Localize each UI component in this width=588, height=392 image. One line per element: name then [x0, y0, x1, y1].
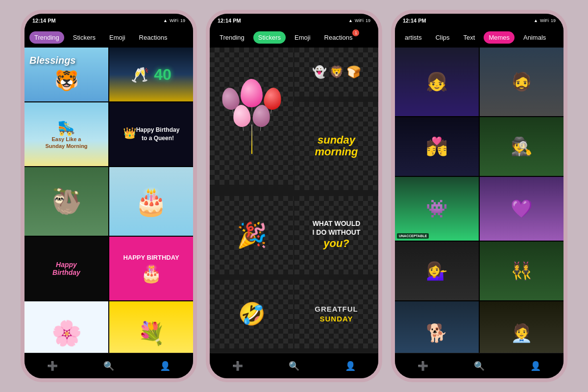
- meme-kiss[interactable]: 💏: [395, 117, 479, 176]
- tab-reactions-2[interactable]: Reactions: [319, 31, 358, 44]
- wifi-icon: WiFi: [170, 18, 178, 23]
- battery-icon-3: 19: [551, 18, 556, 23]
- unacceptable-badge: UNACCEPTABLE: [397, 233, 429, 239]
- kiss-emoji: 💏: [426, 136, 448, 157]
- tab-memes[interactable]: Memes: [484, 31, 514, 44]
- sunday-morning-sticker-text: sundayMORNING: [315, 134, 358, 158]
- status-icons-3: ▲ WiFi 19: [534, 18, 556, 23]
- spy-visual: 🕵️: [480, 117, 564, 176]
- tab-artists[interactable]: artists: [400, 31, 427, 44]
- sticker-homer[interactable]: 🤣: [210, 280, 294, 348]
- bottom-nav-1: ➕ 🔍 👤: [24, 353, 193, 378]
- profile-button-1[interactable]: 👤: [156, 357, 174, 375]
- sticker-sunday-morning[interactable]: sundayMORNING: [294, 102, 378, 190]
- sloth-emoji: 🦥: [51, 187, 82, 216]
- status-time-1: 12:14 PM: [32, 18, 56, 24]
- phone-memes: 12:14 PM ▲ WiFi 19 artists Clips Text Me…: [391, 10, 567, 382]
- tab-text[interactable]: Text: [459, 31, 480, 44]
- nav-tabs-2: Trending Stickers Emoji Reactions 1: [210, 27, 378, 48]
- sticker-hbd-people[interactable]: 🎉: [210, 196, 294, 274]
- lady-emoji: 💁‍♀️: [426, 261, 448, 281]
- profile-button-2[interactable]: 👤: [341, 357, 360, 375]
- crystal-emoji: 💜: [511, 198, 533, 219]
- gif-birthday-cake[interactable]: 🎂: [109, 167, 193, 236]
- hb-dark-text: HappyBirthday: [52, 261, 80, 276]
- saul-emoji: 🧑‍💼: [511, 323, 533, 343]
- roller-skate-emoji: 🛼: [57, 119, 75, 136]
- gif-grid-1: Blessings 🐯 🥂 40 🛼 Easy Like aSunday: [24, 48, 193, 353]
- gif-hb-dark[interactable]: HappyBirthday: [24, 237, 108, 300]
- signal-icon-2: ▲: [348, 18, 353, 23]
- gif-champagne[interactable]: 🥂 40: [109, 48, 193, 101]
- tab-trending-1[interactable]: Trending: [29, 31, 64, 44]
- hb-cake-emoji: 🎂: [141, 264, 162, 284]
- sticker-what-would[interactable]: WHAT WOULDI DO WITHOUTyou?: [294, 196, 378, 274]
- meme-man[interactable]: 🧔: [480, 48, 564, 116]
- battery-icon-2: 19: [366, 18, 370, 23]
- monster-visual: 👾: [395, 177, 479, 241]
- ghost-sticker: 👻: [312, 65, 327, 79]
- gif-sloth[interactable]: 🦥: [24, 167, 108, 236]
- search-button-2[interactable]: 🔍: [285, 357, 303, 375]
- balloon-string: [251, 124, 252, 154]
- gif-blessings[interactable]: Blessings 🐯: [24, 48, 108, 101]
- meme-saul[interactable]: 🧑‍💼 TRIPLES BEST: [480, 301, 564, 353]
- meme-monster[interactable]: 👾 UNACCEPTABLE: [395, 177, 479, 241]
- content-area-2: 👻 🦁 🍞 sundayMORNING 🎉: [210, 48, 378, 353]
- tab-emoji-1[interactable]: Emoji: [104, 31, 130, 44]
- sticker-grid: 👻 🦁 🍞 sundayMORNING 🎉: [210, 48, 378, 353]
- signal-icon: ▲: [163, 18, 168, 23]
- champagne-emoji: 🥂: [131, 66, 149, 83]
- kiss-visual: 💏: [395, 117, 479, 176]
- gif-sunday-morning[interactable]: 🛼 Easy Like aSunday Morning: [24, 102, 108, 166]
- cake-emoji: 🎂: [134, 186, 168, 218]
- bottom-nav-3: ➕ 🔍 👤: [395, 353, 564, 378]
- meme-crystal[interactable]: 💜: [480, 177, 564, 241]
- nav-tabs-3: artists Clips Text Memes Animals: [395, 27, 564, 48]
- sticker-grateful-sunday[interactable]: GREATFUL SUNDAY: [294, 280, 378, 348]
- profile-button-3[interactable]: 👤: [526, 357, 545, 375]
- status-bar-2: 12:14 PM ▲ WiFi 19: [210, 14, 378, 27]
- mini-stickers: 👻 🦁 🍞: [294, 48, 378, 97]
- monster-emoji: 👾: [426, 198, 448, 219]
- meme-girl[interactable]: 👧: [395, 48, 479, 116]
- sticker-balloons[interactable]: [210, 48, 294, 185]
- gif-hb-pink[interactable]: HAPPY BIRTHDAY 🎂: [109, 237, 193, 300]
- tab-animals[interactable]: Animals: [518, 31, 551, 44]
- add-button-2[interactable]: ➕: [228, 357, 247, 375]
- huskies-emoji: 🐕: [426, 323, 448, 343]
- man-visual: 🧔: [480, 48, 564, 116]
- tab-trending-2[interactable]: Trending: [215, 31, 249, 44]
- tab-stickers-2[interactable]: Stickers: [253, 31, 286, 44]
- girl-visual: 👧: [395, 48, 479, 116]
- homer-emoji: 🤣: [238, 301, 266, 327]
- bottom-nav-2: ➕ 🔍 👤: [210, 353, 378, 378]
- balloon-pink: [241, 79, 263, 107]
- tab-reactions-wrapper: Reactions 1: [319, 31, 358, 44]
- nav-tabs-1: Trending Stickers Emoji Reactions: [24, 27, 193, 48]
- blessings-text: Blessings: [29, 55, 75, 66]
- content-area-1: Blessings 🐯 🥂 40 🛼 Easy Like aSunday: [24, 48, 193, 353]
- gif-flower-girl[interactable]: 🌸: [24, 301, 108, 353]
- toast-sticker: 🍞: [346, 65, 361, 79]
- meme-spy[interactable]: 🕵️: [480, 117, 564, 176]
- gif-flowers-yellow[interactable]: 💐: [109, 301, 193, 353]
- sticker-mini-icons[interactable]: 👻 🦁 🍞: [294, 48, 378, 97]
- tab-stickers-1[interactable]: Stickers: [68, 31, 100, 44]
- status-time-2: 12:14 PM: [218, 18, 241, 24]
- notification-dot: 1: [352, 29, 359, 36]
- search-button-3[interactable]: 🔍: [470, 357, 489, 375]
- meme-huskies[interactable]: 🐕: [395, 301, 479, 353]
- tab-clips[interactable]: Clips: [431, 31, 455, 44]
- meme-lady[interactable]: 💁‍♀️: [395, 242, 479, 300]
- add-button-1[interactable]: ➕: [43, 357, 62, 375]
- search-button-1[interactable]: 🔍: [99, 357, 118, 375]
- gif-birthday-queen[interactable]: 👑 Happy Birthdayto a Queen!: [109, 102, 193, 166]
- tab-reactions-1[interactable]: Reactions: [134, 31, 172, 44]
- add-button-3[interactable]: ➕: [414, 357, 432, 375]
- tab-emoji-2[interactable]: Emoji: [290, 31, 316, 44]
- phone-stickers: 12:14 PM ▲ WiFi 19 Trending Stickers Emo…: [206, 10, 382, 382]
- you-text: you?: [323, 237, 349, 249]
- meme-ladies[interactable]: 👯‍♀️: [480, 242, 564, 300]
- hbd-emoji: 🎉: [237, 221, 267, 249]
